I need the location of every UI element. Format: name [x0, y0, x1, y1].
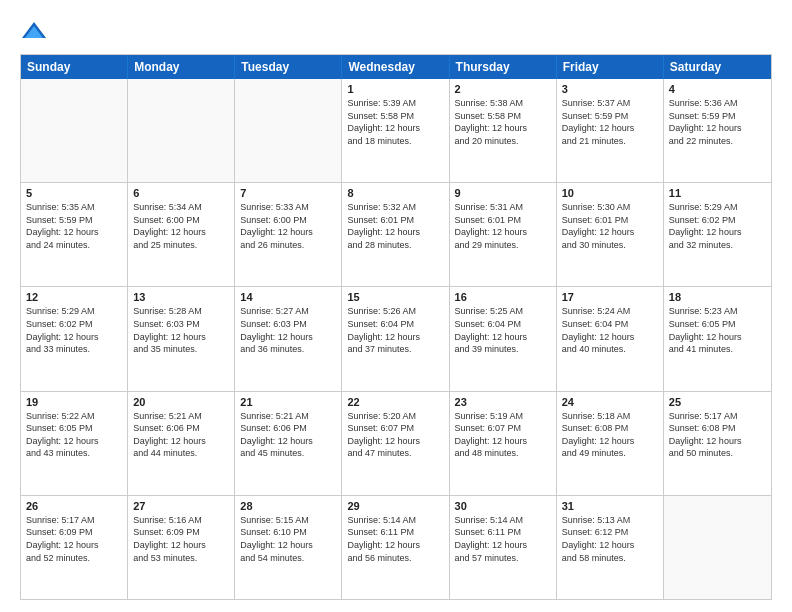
day-info: Sunrise: 5:13 AM Sunset: 6:12 PM Dayligh…	[562, 514, 658, 564]
calendar-cell-empty	[21, 79, 128, 182]
calendar-cell-empty	[128, 79, 235, 182]
day-number: 13	[133, 291, 229, 303]
day-number: 19	[26, 396, 122, 408]
day-number: 1	[347, 83, 443, 95]
day-info: Sunrise: 5:26 AM Sunset: 6:04 PM Dayligh…	[347, 305, 443, 355]
calendar-cell-day-18: 18Sunrise: 5:23 AM Sunset: 6:05 PM Dayli…	[664, 287, 771, 390]
header	[20, 18, 772, 46]
calendar-cell-day-13: 13Sunrise: 5:28 AM Sunset: 6:03 PM Dayli…	[128, 287, 235, 390]
calendar-cell-day-20: 20Sunrise: 5:21 AM Sunset: 6:06 PM Dayli…	[128, 392, 235, 495]
calendar-cell-day-15: 15Sunrise: 5:26 AM Sunset: 6:04 PM Dayli…	[342, 287, 449, 390]
day-info: Sunrise: 5:37 AM Sunset: 5:59 PM Dayligh…	[562, 97, 658, 147]
calendar-cell-day-12: 12Sunrise: 5:29 AM Sunset: 6:02 PM Dayli…	[21, 287, 128, 390]
day-number: 30	[455, 500, 551, 512]
day-info: Sunrise: 5:18 AM Sunset: 6:08 PM Dayligh…	[562, 410, 658, 460]
calendar-cell-day-17: 17Sunrise: 5:24 AM Sunset: 6:04 PM Dayli…	[557, 287, 664, 390]
day-number: 23	[455, 396, 551, 408]
day-number: 18	[669, 291, 766, 303]
calendar-cell-day-19: 19Sunrise: 5:22 AM Sunset: 6:05 PM Dayli…	[21, 392, 128, 495]
day-number: 12	[26, 291, 122, 303]
day-number: 27	[133, 500, 229, 512]
weekday-header-wednesday: Wednesday	[342, 55, 449, 79]
calendar-body: 1Sunrise: 5:39 AM Sunset: 5:58 PM Daylig…	[21, 79, 771, 599]
calendar-cell-day-8: 8Sunrise: 5:32 AM Sunset: 6:01 PM Daylig…	[342, 183, 449, 286]
day-number: 24	[562, 396, 658, 408]
calendar-cell-empty	[235, 79, 342, 182]
day-info: Sunrise: 5:30 AM Sunset: 6:01 PM Dayligh…	[562, 201, 658, 251]
day-info: Sunrise: 5:25 AM Sunset: 6:04 PM Dayligh…	[455, 305, 551, 355]
day-number: 17	[562, 291, 658, 303]
day-info: Sunrise: 5:35 AM Sunset: 5:59 PM Dayligh…	[26, 201, 122, 251]
day-number: 16	[455, 291, 551, 303]
day-number: 8	[347, 187, 443, 199]
calendar-row-5: 26Sunrise: 5:17 AM Sunset: 6:09 PM Dayli…	[21, 495, 771, 599]
day-info: Sunrise: 5:22 AM Sunset: 6:05 PM Dayligh…	[26, 410, 122, 460]
weekday-header-thursday: Thursday	[450, 55, 557, 79]
day-info: Sunrise: 5:15 AM Sunset: 6:10 PM Dayligh…	[240, 514, 336, 564]
calendar-cell-day-10: 10Sunrise: 5:30 AM Sunset: 6:01 PM Dayli…	[557, 183, 664, 286]
weekday-header-saturday: Saturday	[664, 55, 771, 79]
calendar-cell-day-6: 6Sunrise: 5:34 AM Sunset: 6:00 PM Daylig…	[128, 183, 235, 286]
day-info: Sunrise: 5:38 AM Sunset: 5:58 PM Dayligh…	[455, 97, 551, 147]
calendar-cell-day-23: 23Sunrise: 5:19 AM Sunset: 6:07 PM Dayli…	[450, 392, 557, 495]
day-info: Sunrise: 5:29 AM Sunset: 6:02 PM Dayligh…	[669, 201, 766, 251]
calendar-row-3: 12Sunrise: 5:29 AM Sunset: 6:02 PM Dayli…	[21, 286, 771, 390]
day-info: Sunrise: 5:29 AM Sunset: 6:02 PM Dayligh…	[26, 305, 122, 355]
day-info: Sunrise: 5:17 AM Sunset: 6:09 PM Dayligh…	[26, 514, 122, 564]
day-number: 22	[347, 396, 443, 408]
weekday-header-sunday: Sunday	[21, 55, 128, 79]
calendar-cell-day-30: 30Sunrise: 5:14 AM Sunset: 6:11 PM Dayli…	[450, 496, 557, 599]
day-number: 15	[347, 291, 443, 303]
day-number: 5	[26, 187, 122, 199]
day-info: Sunrise: 5:36 AM Sunset: 5:59 PM Dayligh…	[669, 97, 766, 147]
calendar-cell-day-1: 1Sunrise: 5:39 AM Sunset: 5:58 PM Daylig…	[342, 79, 449, 182]
calendar-cell-day-27: 27Sunrise: 5:16 AM Sunset: 6:09 PM Dayli…	[128, 496, 235, 599]
day-number: 7	[240, 187, 336, 199]
day-info: Sunrise: 5:20 AM Sunset: 6:07 PM Dayligh…	[347, 410, 443, 460]
day-info: Sunrise: 5:39 AM Sunset: 5:58 PM Dayligh…	[347, 97, 443, 147]
calendar-cell-day-3: 3Sunrise: 5:37 AM Sunset: 5:59 PM Daylig…	[557, 79, 664, 182]
calendar-cell-day-2: 2Sunrise: 5:38 AM Sunset: 5:58 PM Daylig…	[450, 79, 557, 182]
calendar-cell-day-7: 7Sunrise: 5:33 AM Sunset: 6:00 PM Daylig…	[235, 183, 342, 286]
day-number: 20	[133, 396, 229, 408]
calendar-cell-day-16: 16Sunrise: 5:25 AM Sunset: 6:04 PM Dayli…	[450, 287, 557, 390]
calendar-row-2: 5Sunrise: 5:35 AM Sunset: 5:59 PM Daylig…	[21, 182, 771, 286]
calendar-cell-day-28: 28Sunrise: 5:15 AM Sunset: 6:10 PM Dayli…	[235, 496, 342, 599]
calendar-cell-day-26: 26Sunrise: 5:17 AM Sunset: 6:09 PM Dayli…	[21, 496, 128, 599]
calendar-cell-day-31: 31Sunrise: 5:13 AM Sunset: 6:12 PM Dayli…	[557, 496, 664, 599]
day-info: Sunrise: 5:27 AM Sunset: 6:03 PM Dayligh…	[240, 305, 336, 355]
day-info: Sunrise: 5:31 AM Sunset: 6:01 PM Dayligh…	[455, 201, 551, 251]
day-info: Sunrise: 5:17 AM Sunset: 6:08 PM Dayligh…	[669, 410, 766, 460]
day-number: 14	[240, 291, 336, 303]
logo	[20, 18, 52, 46]
weekday-header-tuesday: Tuesday	[235, 55, 342, 79]
day-number: 11	[669, 187, 766, 199]
day-info: Sunrise: 5:33 AM Sunset: 6:00 PM Dayligh…	[240, 201, 336, 251]
calendar-cell-day-5: 5Sunrise: 5:35 AM Sunset: 5:59 PM Daylig…	[21, 183, 128, 286]
calendar-cell-day-21: 21Sunrise: 5:21 AM Sunset: 6:06 PM Dayli…	[235, 392, 342, 495]
day-number: 4	[669, 83, 766, 95]
day-info: Sunrise: 5:24 AM Sunset: 6:04 PM Dayligh…	[562, 305, 658, 355]
day-info: Sunrise: 5:21 AM Sunset: 6:06 PM Dayligh…	[240, 410, 336, 460]
day-number: 10	[562, 187, 658, 199]
day-number: 2	[455, 83, 551, 95]
day-info: Sunrise: 5:34 AM Sunset: 6:00 PM Dayligh…	[133, 201, 229, 251]
day-info: Sunrise: 5:21 AM Sunset: 6:06 PM Dayligh…	[133, 410, 229, 460]
calendar-cell-empty	[664, 496, 771, 599]
day-number: 29	[347, 500, 443, 512]
day-number: 9	[455, 187, 551, 199]
calendar-row-4: 19Sunrise: 5:22 AM Sunset: 6:05 PM Dayli…	[21, 391, 771, 495]
day-number: 3	[562, 83, 658, 95]
calendar-cell-day-11: 11Sunrise: 5:29 AM Sunset: 6:02 PM Dayli…	[664, 183, 771, 286]
weekday-header-monday: Monday	[128, 55, 235, 79]
calendar-header: SundayMondayTuesdayWednesdayThursdayFrid…	[21, 55, 771, 79]
page: SundayMondayTuesdayWednesdayThursdayFrid…	[0, 0, 792, 612]
day-info: Sunrise: 5:23 AM Sunset: 6:05 PM Dayligh…	[669, 305, 766, 355]
day-info: Sunrise: 5:16 AM Sunset: 6:09 PM Dayligh…	[133, 514, 229, 564]
day-number: 31	[562, 500, 658, 512]
day-info: Sunrise: 5:32 AM Sunset: 6:01 PM Dayligh…	[347, 201, 443, 251]
day-number: 25	[669, 396, 766, 408]
calendar-cell-day-29: 29Sunrise: 5:14 AM Sunset: 6:11 PM Dayli…	[342, 496, 449, 599]
day-info: Sunrise: 5:14 AM Sunset: 6:11 PM Dayligh…	[455, 514, 551, 564]
calendar-cell-day-14: 14Sunrise: 5:27 AM Sunset: 6:03 PM Dayli…	[235, 287, 342, 390]
